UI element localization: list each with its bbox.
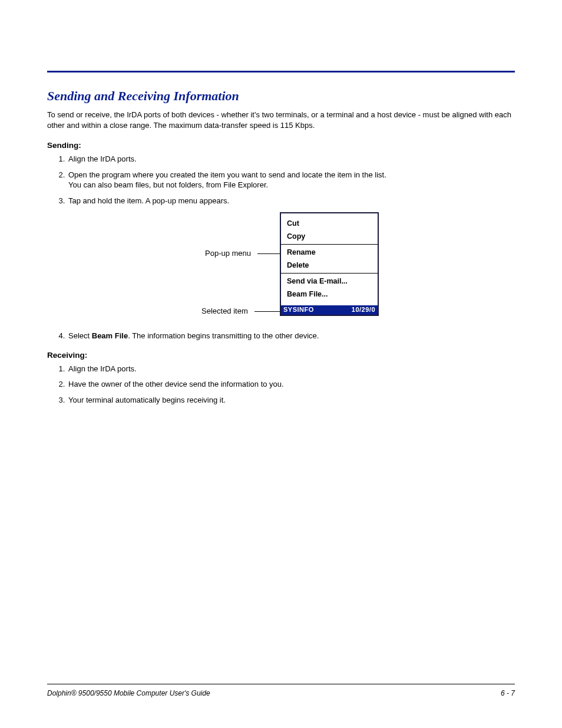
page-footer: Dolphin® 9500/9550 Mobile Computer User'… <box>47 684 515 697</box>
sending-heading: Sending: <box>47 141 515 150</box>
callout-popup-menu: Pop-up menu <box>205 249 251 258</box>
sending-step-3: Tap and hold the item. A pop-up menu app… <box>67 196 515 206</box>
receiving-steps: Align the IrDA ports. Have the owner of … <box>47 364 515 406</box>
sending-step-2: Open the program where you created the i… <box>67 170 515 190</box>
menu-item-send-email[interactable]: Send via E-mail... <box>281 275 378 288</box>
sending-steps-continued: Select Beam File. The information begins… <box>47 331 515 341</box>
menu-item-rename[interactable]: Rename <box>281 246 378 259</box>
menu-item-beam-file[interactable]: Beam File... <box>281 288 378 301</box>
menu-item-delete[interactable]: Delete <box>281 259 378 272</box>
sending-step-4-a: Select <box>68 331 92 340</box>
sending-step-4-c: . The information begins transmitting to… <box>128 331 319 340</box>
section-title: Sending and Receiving Information <box>47 88 515 104</box>
sending-steps: Align the IrDA ports. Open the program w… <box>47 154 515 206</box>
intro-paragraph: To send or receive, the IrDA ports of bo… <box>47 110 515 130</box>
callout-line-popup <box>257 253 280 254</box>
selected-file-date: 10/29/0 <box>352 306 375 314</box>
callout-selected-item: Selected item <box>201 307 248 315</box>
device-screenshot: 9/0 8/0 8/0 Cut Copy Rename Delete <box>280 212 379 316</box>
sending-step-2-line2: You can also beam files, but not folders… <box>68 180 515 190</box>
footer-title: Dolphin® 9500/9550 Mobile Computer User'… <box>47 689 210 697</box>
receiving-step-3: Your terminal automatically begins recei… <box>67 396 515 406</box>
popup-menu-figure: Pop-up menu Selected item 9/0 8/0 8/0 Cu… <box>47 212 515 324</box>
sending-step-4: Select Beam File. The information begins… <box>67 331 515 341</box>
sending-step-2-line1: Open the program where you created the i… <box>68 170 515 180</box>
sending-step-4-bold: Beam File <box>92 331 128 340</box>
popup-menu: Cut Copy Rename Delete Send via E-mail..… <box>281 213 378 304</box>
header-rule <box>47 71 515 73</box>
selected-file-name: SYSINFO <box>283 306 314 314</box>
receiving-heading: Receiving: <box>47 351 515 360</box>
receiving-step-1: Align the IrDA ports. <box>67 364 515 374</box>
menu-item-cut[interactable]: Cut <box>281 217 378 230</box>
sending-step-1: Align the IrDA ports. <box>67 154 515 164</box>
receiving-step-2: Have the owner of the other device send … <box>67 380 515 390</box>
footer-page-number: 6 - 7 <box>501 689 515 697</box>
selected-file-row[interactable]: SYSINFO 10/29/0 <box>281 305 378 315</box>
menu-item-copy[interactable]: Copy <box>281 230 378 243</box>
callout-line-selected <box>254 311 280 312</box>
